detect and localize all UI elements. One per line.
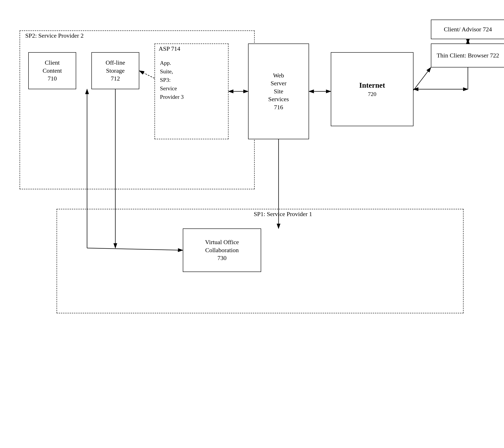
client-advisor-box: Client/ Advisor 724 <box>431 19 504 39</box>
sp1-label: SP1: Service Provider 1 <box>252 211 313 217</box>
thin-client-box: Thin Client: Browser 722 <box>431 43 504 68</box>
asp-label: ASP 714 <box>158 45 181 52</box>
virtual-office-label: Virtual OfficeCollaboration730 <box>205 238 239 262</box>
diagram-container: SP2: Service Provider 2 ClientContent710… <box>13 13 491 437</box>
web-server-box: WebServerSiteServices716 <box>248 43 309 139</box>
web-server-label: WebServerSiteServices716 <box>268 72 289 111</box>
svg-line-5 <box>414 68 431 90</box>
offline-storage-box: Off-lineStorage712 <box>91 52 139 89</box>
internet-box: Internet 720 <box>331 52 414 126</box>
offline-storage-label: Off-lineStorage712 <box>106 59 125 82</box>
client-advisor-label: Client/ Advisor 724 <box>444 25 492 33</box>
asp-suite-label: App.Suite,SP3:ServiceProvider 3 <box>158 56 223 135</box>
thin-client-label: Thin Client: Browser 722 <box>437 52 499 59</box>
client-content-label: ClientContent710 <box>43 59 62 82</box>
internet-label: Internet 720 <box>359 81 385 98</box>
virtual-office-box: Virtual OfficeCollaboration730 <box>183 229 261 272</box>
sp2-label: SP2: Service Provider 2 <box>24 32 85 39</box>
client-content-box: ClientContent710 <box>28 52 76 89</box>
